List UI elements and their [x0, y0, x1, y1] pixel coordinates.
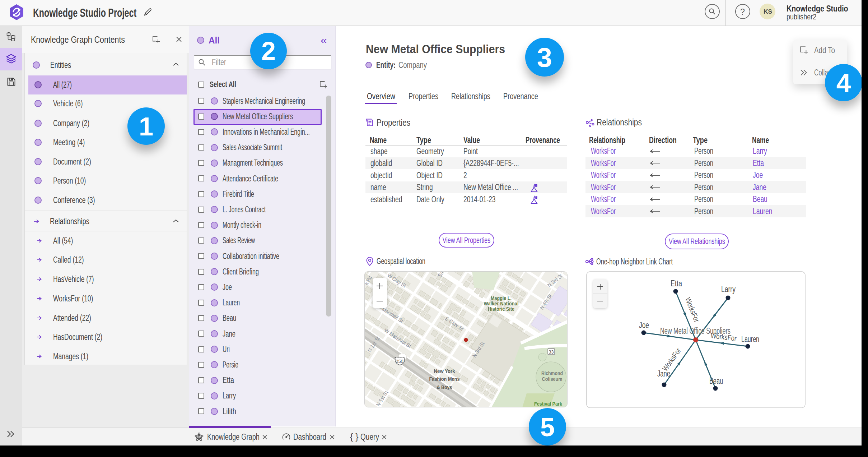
svg-text:Beau: Beau — [709, 376, 723, 386]
svg-text:Festival Park: Festival Park — [534, 401, 563, 407]
svg-text:New York: New York — [434, 368, 455, 374]
svg-text:Larry: Larry — [721, 285, 736, 294]
svg-text:Historic Site: Historic Site — [488, 306, 514, 312]
svg-text:Walker National: Walker National — [484, 301, 519, 306]
svg-text:Joe: Joe — [639, 320, 649, 330]
svg-text:250: 250 — [396, 359, 403, 364]
svg-text:Etta: Etta — [671, 279, 682, 288]
svg-text:Coliseum: Coliseum — [542, 376, 563, 382]
svg-text:Maggie L.: Maggie L. — [491, 295, 512, 301]
svg-text:Richmond: Richmond — [541, 370, 563, 376]
svg-text:Lauren: Lauren — [741, 334, 759, 344]
svg-text:33: 33 — [549, 350, 554, 355]
svg-text:Fashion Mens: Fashion Mens — [429, 376, 460, 382]
svg-text:& Boys: & Boys — [437, 384, 452, 390]
